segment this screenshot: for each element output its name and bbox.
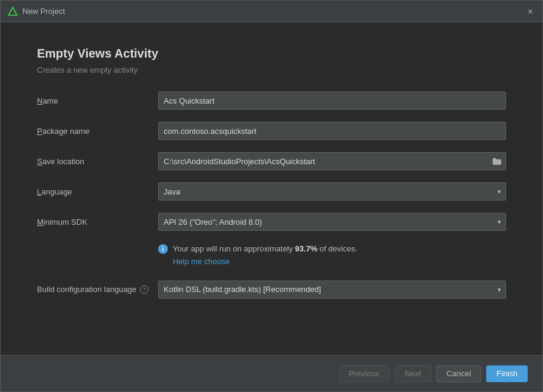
language-label: Language xyxy=(37,187,158,196)
previous-button[interactable]: Previous xyxy=(339,365,390,382)
language-row: Language Java Kotlin ▾ xyxy=(37,182,506,201)
language-select[interactable]: Java Kotlin xyxy=(158,182,506,201)
build-config-label-text: Build configuration language xyxy=(37,285,136,294)
help-me-choose-link[interactable]: Help me choose xyxy=(173,257,230,266)
folder-browse-button[interactable] xyxy=(488,152,506,170)
info-icon: i xyxy=(158,244,168,254)
section-title: Empty Views Activity xyxy=(37,47,506,61)
info-row: i Your app will run on approximately 93.… xyxy=(158,243,506,268)
cancel-button[interactable]: Cancel xyxy=(436,365,481,382)
finish-button[interactable]: Finish xyxy=(486,365,528,382)
build-config-select-wrapper: Kotlin DSL (build.gradle.kts) [Recommend… xyxy=(158,281,506,299)
minimum-sdk-select-wrapper: API 26 ("Oreo"; Android 8.0) API 21 (And… xyxy=(158,213,506,231)
package-name-row: Package name xyxy=(37,122,506,140)
minimum-sdk-row: Minimum SDK API 26 ("Oreo"; Android 8.0)… xyxy=(37,213,506,231)
name-label: Name xyxy=(37,96,158,105)
save-location-row: Save location xyxy=(37,152,506,170)
save-location-input[interactable] xyxy=(158,152,488,170)
form-content: Empty Views Activity Creates a new empty… xyxy=(1,22,542,355)
title-bar: New Project × xyxy=(1,1,542,22)
minimum-sdk-label: Minimum SDK xyxy=(37,218,158,227)
svg-rect-1 xyxy=(493,159,501,165)
save-location-input-group xyxy=(158,152,506,170)
info-text: Your app will run on approximately 93.7%… xyxy=(173,243,358,268)
build-config-row: Build configuration language ? Kotlin DS… xyxy=(37,281,506,299)
build-config-help-icon[interactable]: ? xyxy=(140,285,148,294)
section-subtitle: Creates a new empty activity xyxy=(37,65,506,75)
new-project-window: New Project × Empty Views Activity Creat… xyxy=(0,0,543,392)
name-input[interactable] xyxy=(158,91,506,110)
info-text-after: of devices. xyxy=(318,244,358,253)
svg-rect-2 xyxy=(493,158,496,160)
package-name-input[interactable] xyxy=(158,122,506,140)
info-text-before: Your app will run on approximately xyxy=(173,244,295,253)
close-button[interactable]: × xyxy=(525,7,535,16)
build-config-label-group: Build configuration language ? xyxy=(37,285,158,294)
info-bold-value: 93.7% xyxy=(295,244,318,253)
svg-marker-0 xyxy=(8,7,17,15)
window-title: New Project xyxy=(22,7,525,16)
next-button[interactable]: Next xyxy=(395,365,431,382)
package-name-label: Package name xyxy=(37,127,158,136)
name-row: Name xyxy=(37,91,506,110)
save-location-label: Save location xyxy=(37,157,158,166)
build-config-select[interactable]: Kotlin DSL (build.gradle.kts) [Recommend… xyxy=(158,281,506,299)
minimum-sdk-select[interactable]: API 26 ("Oreo"; Android 8.0) API 21 (And… xyxy=(158,213,506,231)
app-icon xyxy=(8,7,18,16)
language-select-wrapper: Java Kotlin ▾ xyxy=(158,182,506,201)
footer: Previous Next Cancel Finish xyxy=(1,355,542,391)
